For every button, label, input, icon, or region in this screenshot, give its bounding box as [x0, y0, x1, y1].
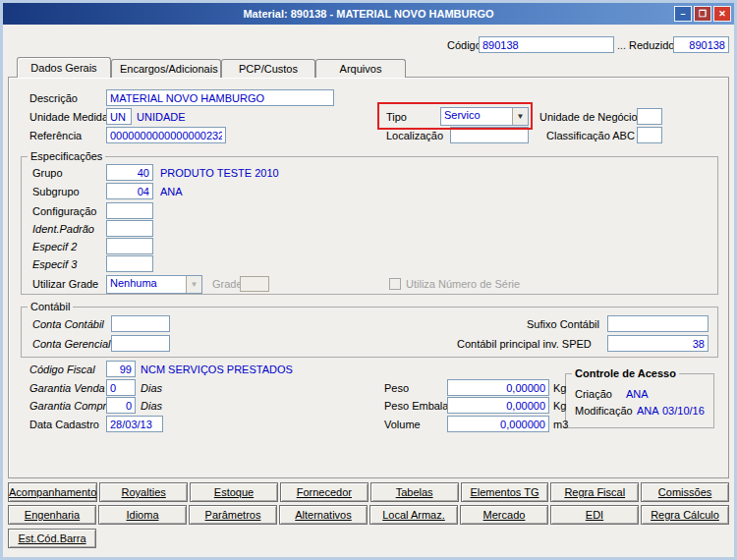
- garantia-compra-input[interactable]: [106, 397, 136, 414]
- subgrupo-label: Subgrupo: [32, 186, 80, 198]
- window-title: Material: 890138 - MATERIAL NOVO HAMBURG…: [243, 8, 493, 20]
- button-row-3: Est.Cód.Barra: [8, 529, 729, 548]
- peso-embalagem-input[interactable]: [447, 397, 549, 414]
- tab-arquivos[interactable]: Arquivos: [315, 59, 406, 78]
- garantia-venda-label: Garantia Venda: [29, 382, 105, 395]
- tipo-select[interactable]: Servico ▼: [440, 107, 529, 126]
- parametros-button[interactable]: Parâmetros: [189, 505, 277, 525]
- grupo-label: Grupo: [32, 167, 63, 180]
- conta-gerencial-input[interactable]: [111, 335, 170, 352]
- especif2-input[interactable]: [106, 238, 153, 254]
- configuracao-input[interactable]: [106, 202, 153, 219]
- tipo-value: Servico: [441, 108, 512, 125]
- conta-contabil-label: Conta Contábil: [32, 318, 104, 331]
- codigo-input[interactable]: [479, 36, 614, 53]
- grupo-input[interactable]: [106, 164, 153, 181]
- classificacao-abc-input[interactable]: [637, 127, 662, 143]
- especificacoes-legend: Especificações: [28, 150, 105, 162]
- browse-button[interactable]: ...: [617, 39, 626, 51]
- utilizar-grade-select[interactable]: Nenhuma ▼: [106, 275, 202, 294]
- chevron-down-icon: ▼: [186, 276, 201, 293]
- contabil-sped-input[interactable]: [607, 335, 709, 352]
- descricao-label: Descrição: [29, 92, 78, 105]
- elementos-tg-button[interactable]: Elementos TG: [461, 482, 549, 502]
- grade-label: Grade: [212, 278, 243, 291]
- garantia-venda-input[interactable]: [106, 379, 136, 396]
- garantia-compra-unit: Dias: [141, 400, 162, 413]
- data-cadastro-label: Data Cadastro: [29, 419, 99, 431]
- contabil-sped-label: Contábil principal inv. SPED: [457, 338, 592, 351]
- data-cadastro-input[interactable]: [106, 416, 163, 432]
- ident-padrao-input[interactable]: [106, 220, 153, 237]
- unidade-medida-input[interactable]: [106, 108, 132, 125]
- descricao-input[interactable]: [106, 89, 334, 106]
- acompanhamento-button[interactable]: Acompanhamento: [8, 482, 97, 502]
- peso-unit: Kg: [553, 382, 566, 395]
- regra-calculo-button[interactable]: Regra Cálculo: [641, 505, 729, 525]
- reduzido-input[interactable]: [673, 36, 729, 53]
- tab-encargos-adicionais[interactable]: Encargos/Adicionais: [111, 59, 221, 78]
- idioma-button[interactable]: Idioma: [98, 505, 187, 525]
- codigo-fiscal-input[interactable]: [106, 361, 136, 377]
- window-controls: – ❐ ✕: [674, 6, 731, 22]
- codigo-label: Código: [447, 39, 482, 52]
- tab-pcp-custos[interactable]: PCP/Custos: [221, 59, 315, 78]
- comissoes-button[interactable]: Comissões: [641, 482, 729, 502]
- unidade-negocio-input[interactable]: [637, 108, 662, 125]
- tab-dados-gerais[interactable]: Dados Gerais: [17, 57, 111, 78]
- alternativos-button[interactable]: Alternativos: [279, 505, 368, 525]
- unidade-negocio-label: Unidade de Negócio: [539, 111, 638, 124]
- utiliza-numero-serie-checkbox: [389, 278, 401, 290]
- regra-fiscal-button[interactable]: Regra Fiscal: [550, 482, 639, 502]
- mercado-button[interactable]: Mercado: [460, 505, 548, 525]
- conta-gerencial-label: Conta Gerencial: [32, 338, 111, 351]
- contabil-legend: Contábil: [28, 301, 73, 312]
- tabelas-button[interactable]: Tabelas: [370, 482, 459, 502]
- configuracao-label: Configuração: [32, 205, 96, 218]
- especif2-label: Especif 2: [32, 241, 77, 253]
- grupo-desc: PRODUTO TESTE 2010: [160, 167, 279, 180]
- especif3-input[interactable]: [106, 255, 153, 272]
- royalties-button[interactable]: Royalties: [99, 482, 188, 502]
- material-window: Material: 890138 - MATERIAL NOVO HAMBURG…: [0, 0, 737, 560]
- referencia-label: Referência: [29, 130, 82, 142]
- peso-input[interactable]: [447, 379, 549, 396]
- codigo-fiscal-desc: NCM SERVIÇOS PRESTADOS: [141, 364, 293, 376]
- close-icon[interactable]: ✕: [713, 6, 731, 22]
- sufixo-contabil-label: Sufixo Contábil: [527, 318, 599, 331]
- local-armaz-button[interactable]: Local Armaz.: [369, 505, 458, 525]
- volume-label: Volume: [384, 419, 421, 431]
- localizacao-label: Localização: [386, 130, 443, 142]
- subgrupo-input[interactable]: [106, 183, 153, 199]
- ident-padrao-label: Ident.Padrão: [32, 223, 94, 236]
- engenharia-button[interactable]: Engenharia: [8, 505, 96, 525]
- fornecedor-button[interactable]: Fornecedor: [280, 482, 368, 502]
- est-cod-barra-button[interactable]: Est.Cód.Barra: [8, 529, 96, 548]
- modificacao-label: Modificação: [575, 405, 633, 418]
- subgrupo-desc: ANA: [160, 186, 183, 198]
- garantia-venda-unit: Dias: [141, 382, 162, 395]
- volume-unit: m3: [553, 419, 568, 431]
- peso-label: Peso: [384, 382, 409, 395]
- modificacao-date: 03/10/16: [662, 405, 705, 418]
- utilizar-grade-label: Utilizar Grade: [32, 278, 98, 291]
- referencia-input[interactable]: [106, 127, 226, 143]
- criacao-label: Criação: [575, 388, 612, 401]
- estoque-button[interactable]: Estoque: [190, 482, 278, 502]
- reduzido-label: Reduzido: [629, 39, 674, 52]
- titlebar: Material: 890138 - MATERIAL NOVO HAMBURG…: [3, 3, 734, 25]
- conta-contabil-input[interactable]: [111, 315, 170, 332]
- classificacao-abc-label: Classificação ABC: [546, 130, 635, 142]
- utilizar-grade-value: Nenhuma: [107, 276, 186, 293]
- peso-embalagem-unit: Kg: [553, 400, 566, 413]
- maximize-icon[interactable]: ❐: [694, 6, 711, 22]
- volume-input[interactable]: [447, 416, 549, 432]
- unidade-medida-desc: UNIDADE: [137, 111, 186, 124]
- button-row-1: Acompanhamento Royalties Estoque Fornece…: [8, 482, 729, 502]
- client-area: Código ... Reduzido Dados Gerais Encargo…: [3, 25, 734, 557]
- minimize-icon[interactable]: –: [674, 6, 692, 22]
- sufixo-contabil-input[interactable]: [607, 315, 709, 332]
- localizacao-input[interactable]: [450, 127, 529, 143]
- edi-button[interactable]: EDI: [550, 505, 639, 525]
- tipo-label: Tipo: [386, 111, 407, 124]
